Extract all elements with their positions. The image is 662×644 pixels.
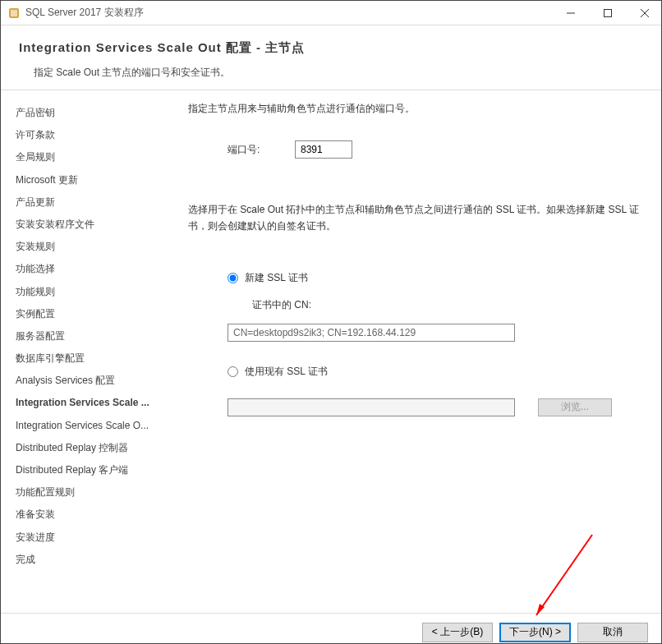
cn-input[interactable] <box>228 324 515 342</box>
cn-row <box>188 324 645 342</box>
minimize-button[interactable] <box>552 1 589 25</box>
title-bar: SQL Server 2017 安装程序 <box>1 1 662 25</box>
svg-rect-1 <box>11 10 17 16</box>
radio-existing-ssl-row[interactable]: 使用现有 SSL 证书 <box>228 365 645 379</box>
radio-new-ssl-label: 新建 SSL 证书 <box>245 271 308 285</box>
sidebar-item[interactable]: 安装规则 <box>14 236 167 258</box>
content-area: 产品密钥许可条款全局规则Microsoft 更新产品更新安装安装程序文件安装规则… <box>1 90 662 613</box>
radio-new-ssl[interactable] <box>228 273 238 283</box>
sidebar-item[interactable]: 产品密钥 <box>14 102 167 124</box>
radio-existing-ssl-label: 使用现有 SSL 证书 <box>245 365 328 379</box>
port-row: 端口号: <box>188 140 645 159</box>
sidebar-item[interactable]: 功能配置规则 <box>14 481 167 504</box>
instruction-ssl: 选择用于在 Scale Out 拓扑中的主节点和辅助角色节点之间进行通信的 SS… <box>188 201 645 235</box>
back-button[interactable]: < 上一步(B) <box>422 623 493 642</box>
sidebar-item[interactable]: Integration Services Scale ... <box>14 392 167 414</box>
sidebar-item[interactable]: Integration Services Scale O... <box>14 415 167 437</box>
sidebar-item[interactable]: 许可条款 <box>14 124 167 146</box>
app-icon <box>7 7 21 20</box>
svg-rect-3 <box>604 9 611 16</box>
maximize-button[interactable] <box>589 1 626 25</box>
radio-existing-ssl[interactable] <box>228 366 238 377</box>
radio-new-ssl-row[interactable]: 新建 SSL 证书 <box>228 271 645 285</box>
sidebar-item[interactable]: Analysis Services 配置 <box>14 370 167 392</box>
cn-label: 证书中的 CN: <box>252 298 645 312</box>
page-title: Integration Services Scale Out 配置 - 主节点 <box>19 40 645 56</box>
sidebar-item[interactable]: 服务器配置 <box>14 325 167 347</box>
instruction-port: 指定主节点用来与辅助角色节点进行通信的端口号。 <box>188 102 645 116</box>
cancel-button[interactable]: 取消 <box>577 623 648 642</box>
header-section: Integration Services Scale Out 配置 - 主节点 … <box>1 25 662 90</box>
sidebar-item[interactable]: Distributed Replay 控制器 <box>14 437 167 459</box>
window-controls <box>552 1 662 25</box>
sidebar-item[interactable]: 完成 <box>14 549 167 571</box>
browse-row: 浏览... <box>188 398 645 416</box>
sidebar-item[interactable]: 功能规则 <box>14 281 167 303</box>
port-input[interactable] <box>295 140 352 159</box>
page-subtitle: 指定 Scale Out 主节点的端口号和安全证书。 <box>19 66 645 80</box>
sidebar-item[interactable]: 安装安装程序文件 <box>14 214 167 236</box>
sidebar-item[interactable]: 准备安装 <box>14 504 167 526</box>
close-button[interactable] <box>626 1 662 25</box>
footer: < 上一步(B) 下一步(N) > 取消 <box>1 613 662 644</box>
sidebar-item[interactable]: 全局规则 <box>14 146 167 168</box>
sidebar-item[interactable]: 实例配置 <box>14 303 167 325</box>
sidebar-item[interactable]: 数据库引擎配置 <box>14 347 167 370</box>
browse-button: 浏览... <box>538 398 612 416</box>
port-label: 端口号: <box>188 143 270 157</box>
main-panel: 指定主节点用来与辅助角色节点进行通信的端口号。 端口号: 选择用于在 Scale… <box>170 90 662 613</box>
sidebar: 产品密钥许可条款全局规则Microsoft 更新产品更新安装安装程序文件安装规则… <box>1 90 170 613</box>
browse-input <box>228 398 515 416</box>
sidebar-item[interactable]: Distributed Replay 客户端 <box>14 459 167 481</box>
sidebar-item[interactable]: 功能选择 <box>14 258 167 280</box>
sidebar-item[interactable]: 产品更新 <box>14 191 167 214</box>
window-title: SQL Server 2017 安装程序 <box>25 6 552 20</box>
next-button[interactable]: 下一步(N) > <box>499 623 571 642</box>
sidebar-item[interactable]: 安装进度 <box>14 527 167 549</box>
sidebar-item[interactable]: Microsoft 更新 <box>14 169 167 191</box>
